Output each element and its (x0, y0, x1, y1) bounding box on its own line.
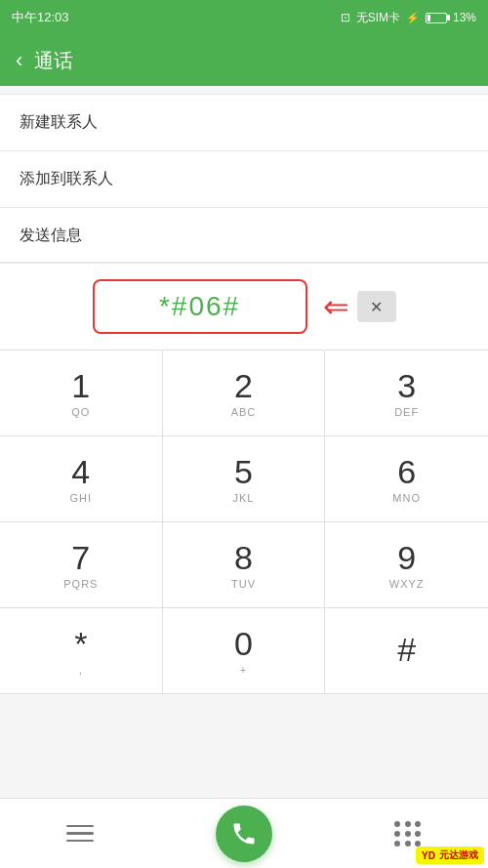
grid-dot-0 (394, 821, 400, 827)
key-*[interactable]: *, (0, 608, 163, 694)
status-right: ⊡ 无SIM卡 ⚡ 13% (341, 10, 476, 26)
sim-icon: ⊡ (341, 11, 350, 24)
bottom-bar (0, 798, 488, 868)
grid-dot-8 (415, 841, 421, 847)
key-sub-1: ABC (231, 406, 257, 418)
key-1[interactable]: 1QO (0, 351, 163, 436)
add-contact-item[interactable]: 添加到联系人 (0, 151, 488, 208)
key-5[interactable]: 5JKL (163, 436, 326, 522)
key-sub-9: , (79, 664, 83, 676)
dial-input-area: *#06# ⇐ ✕ (0, 263, 488, 350)
key-sub-6: PQRS (63, 578, 98, 590)
key-main-3: 4 (71, 455, 90, 488)
menu-lines-icon (66, 825, 94, 843)
key-sub-5: MNO (392, 492, 421, 504)
battery-percent: 13% (453, 11, 476, 24)
key-sub-3: GHI (70, 492, 93, 504)
send-message-item[interactable]: 发送信息 (0, 208, 488, 263)
key-3[interactable]: 3DEF (325, 351, 488, 436)
menu-button[interactable] (56, 809, 104, 858)
key-sub-10: + (240, 664, 247, 676)
key-0[interactable]: 0+ (163, 608, 326, 694)
header: ‹ 通话 (0, 35, 488, 86)
menu-line-1 (66, 825, 94, 828)
backspace-area: ⇐ ✕ (323, 291, 396, 322)
key-6[interactable]: 6MNO (325, 436, 488, 522)
key-main-11: # (397, 633, 416, 666)
key-sub-2: DEF (394, 406, 419, 418)
key-main-9: * (74, 627, 87, 660)
battery-icon (426, 13, 447, 23)
back-button[interactable]: ‹ (16, 50, 22, 71)
menu-section: 新建联系人 添加到联系人 发送信息 (0, 94, 488, 263)
key-sub-4: JKL (233, 492, 255, 504)
backspace-button[interactable]: ✕ (357, 291, 396, 322)
status-bar: 中午12:03 ⊡ 无SIM卡 ⚡ 13% (0, 0, 488, 35)
bolt-icon: ⚡ (406, 12, 420, 24)
watermark-text: 元达游戏 (439, 848, 478, 862)
key-main-1: 2 (234, 369, 253, 402)
key-9[interactable]: 9WXYZ (325, 522, 488, 608)
grid-dot-7 (405, 841, 411, 847)
key-7[interactable]: 7PQRS (0, 522, 163, 608)
key-#[interactable]: # (325, 608, 488, 694)
grid-dot-3 (394, 831, 400, 837)
grid-dot-6 (394, 841, 400, 847)
key-sub-7: TUV (231, 578, 256, 590)
grid-dot-2 (415, 821, 421, 827)
key-sub-8: WXYZ (389, 578, 425, 590)
key-main-8: 9 (397, 541, 416, 574)
key-main-4: 5 (234, 455, 253, 488)
menu-line-3 (66, 840, 94, 843)
keypad: 1QO2ABC3DEF4GHI5JKL6MNO7PQRS8TUV9WXYZ*,0… (0, 350, 488, 694)
key-sub-0: QO (71, 406, 90, 418)
watermark-prefix: YD (422, 850, 435, 861)
watermark: YD 元达游戏 (416, 847, 484, 864)
grid-dot-5 (415, 831, 421, 837)
key-8[interactable]: 8TUV (163, 522, 326, 608)
dial-input[interactable]: *#06# (93, 279, 307, 334)
key-4[interactable]: 4GHI (0, 436, 163, 522)
key-2[interactable]: 2ABC (163, 351, 326, 436)
key-main-6: 7 (71, 541, 90, 574)
sim-text: 无SIM卡 (356, 10, 400, 26)
menu-line-2 (66, 832, 94, 835)
phone-icon (230, 820, 258, 847)
key-main-5: 6 (397, 455, 416, 488)
grid-dot-1 (405, 821, 411, 827)
arrow-icon: ⇐ (323, 291, 349, 322)
grid-dot-4 (405, 831, 411, 837)
page-title: 通话 (34, 48, 73, 74)
new-contact-item[interactable]: 新建联系人 (0, 94, 488, 151)
grid-icon (394, 821, 422, 847)
call-button[interactable] (216, 806, 272, 862)
key-main-2: 3 (397, 369, 416, 402)
key-main-0: 1 (71, 369, 90, 402)
key-main-7: 8 (234, 541, 253, 574)
status-time: 中午12:03 (12, 9, 69, 26)
key-main-10: 0 (234, 627, 253, 660)
